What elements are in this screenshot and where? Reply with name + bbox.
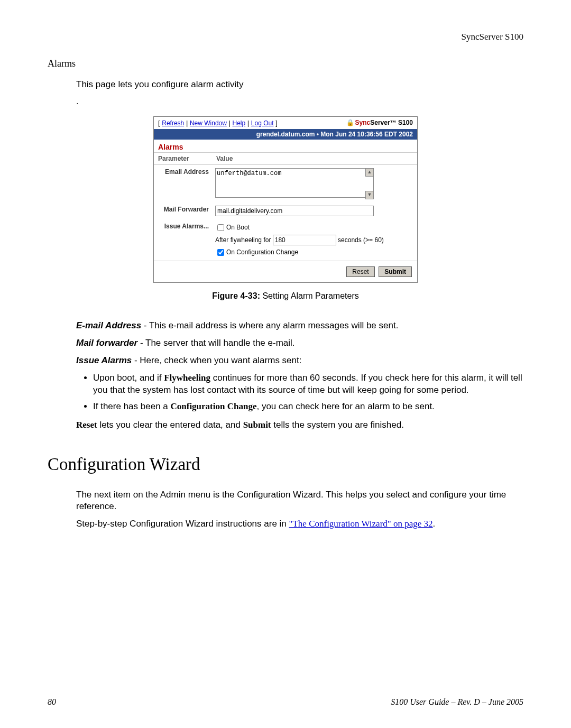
row-mail-label: Mail Forwarder bbox=[154, 202, 212, 219]
scroll-up-icon[interactable]: ▲ bbox=[365, 168, 374, 177]
row-email-label: Email Address bbox=[154, 164, 212, 202]
lock-icon: 🔒 bbox=[346, 119, 354, 126]
status-bar: grendel.datum.com • Mon Jun 24 10:36:56 … bbox=[154, 129, 417, 140]
term-email: E-mail Address bbox=[76, 320, 141, 330]
wizard-p1: The next item on the Admin menu is the C… bbox=[76, 489, 523, 513]
mail-forwarder-desc: Mail forwarder - The server that will ha… bbox=[76, 337, 523, 349]
figure-caption-text: Setting Alarm Parameters bbox=[262, 291, 358, 300]
term-mail: Mail forwarder bbox=[76, 338, 137, 348]
col-parameter: Parameter bbox=[154, 152, 212, 164]
alarm-bullets: Upon boot, and if Flywheeling continues … bbox=[93, 372, 523, 413]
figure-label: Figure 4-33: bbox=[212, 291, 260, 300]
alarms-intro-text: This page lets you configure alarm activ… bbox=[76, 79, 523, 91]
running-header: SyncServer S100 bbox=[48, 32, 523, 42]
panel-title: Alarms bbox=[154, 140, 417, 152]
link-new-window[interactable]: New Window bbox=[190, 119, 227, 127]
b2-pre: If there has been a bbox=[93, 401, 171, 411]
reset-mid: lets you clear the entered data, and bbox=[97, 420, 243, 430]
page-number: 80 bbox=[48, 697, 56, 707]
mail-rest: - The server that will handle the e-mail… bbox=[137, 338, 294, 348]
link-config-wizard[interactable]: "The Configuration Wizard" on page 32 bbox=[289, 519, 433, 529]
flywheel-suffix: seconds (>= 60) bbox=[338, 236, 384, 244]
link-help[interactable]: Help bbox=[233, 119, 246, 127]
reset-post: tells the system you are finished. bbox=[271, 420, 404, 430]
onboot-label: On Boot bbox=[226, 224, 250, 231]
issue-alarms-desc: Issue Alarms - Here, check when you want… bbox=[76, 355, 523, 367]
scroll-down-icon[interactable]: ▼ bbox=[365, 191, 374, 199]
wizard-p2: Step-by-step Configuration Wizard instru… bbox=[76, 518, 523, 530]
reset-button[interactable]: Reset bbox=[346, 266, 374, 277]
issue-rest: - Here, check when you want alarms sent: bbox=[132, 355, 301, 365]
email-address-desc: E-mail Address - This e-mail address is … bbox=[76, 320, 523, 332]
textarea-scrollbar[interactable]: ▲ ▼ bbox=[365, 168, 374, 199]
reset-submit-desc: Reset lets you clear the entered data, a… bbox=[76, 419, 523, 431]
row-issue-label: Issue Alarms... bbox=[154, 219, 212, 261]
submit-bold: Submit bbox=[243, 420, 271, 430]
mail-forwarder-input[interactable] bbox=[215, 206, 374, 216]
link-refresh[interactable]: Refresh bbox=[162, 119, 184, 127]
breadcrumb: [ Refresh | New Window | Help | Log Out … bbox=[158, 119, 278, 127]
brand-black: Server™ S100 bbox=[370, 119, 413, 126]
onboot-checkbox[interactable] bbox=[217, 224, 224, 231]
wizard-p2-post: . bbox=[433, 519, 436, 529]
brand-red: Sync bbox=[355, 119, 371, 126]
wizard-p2-pre: Step-by-step Configuration Wizard instru… bbox=[76, 519, 289, 529]
b2-bold: Configuration Change bbox=[171, 401, 257, 411]
b2-post: , you can check here for an alarm to be … bbox=[256, 401, 434, 411]
term-issue: Issue Alarms bbox=[76, 355, 132, 365]
flywheel-input[interactable] bbox=[273, 235, 336, 245]
reset-bold: Reset bbox=[76, 420, 97, 430]
email-rest: - This e-mail address is where any alarm… bbox=[141, 320, 398, 330]
footer-right: S100 User Guide – Rev. D – June 2005 bbox=[391, 697, 523, 707]
screenshot-panel: [ Refresh | New Window | Help | Log Out … bbox=[153, 116, 418, 283]
b1-pre: Upon boot, and if bbox=[93, 373, 164, 383]
brand-label: 🔒SyncServer™ S100 bbox=[346, 119, 413, 127]
email-textarea[interactable]: unferth@datum.com bbox=[215, 168, 374, 198]
confchange-label: On Configuration Change bbox=[226, 248, 298, 256]
flywheel-prefix: After flywheeling for bbox=[215, 236, 271, 244]
section-heading-alarms: Alarms bbox=[48, 58, 523, 69]
confchange-checkbox[interactable] bbox=[217, 249, 224, 256]
alarm-table: Parameter Value Email Address unferth@da… bbox=[154, 152, 417, 261]
list-item: Upon boot, and if Flywheeling continues … bbox=[93, 372, 523, 397]
col-value: Value bbox=[212, 152, 417, 164]
b1-bold: Flywheeling bbox=[164, 373, 210, 383]
link-logout[interactable]: Log Out bbox=[251, 119, 274, 127]
list-item: If there has been a Configuration Change… bbox=[93, 401, 523, 413]
section-heading-wizard: Configuration Wizard bbox=[48, 455, 523, 474]
figure-caption: Figure 4-33: Setting Alarm Parameters bbox=[48, 291, 523, 301]
submit-button[interactable]: Submit bbox=[379, 266, 412, 277]
stray-period: . bbox=[76, 96, 523, 107]
